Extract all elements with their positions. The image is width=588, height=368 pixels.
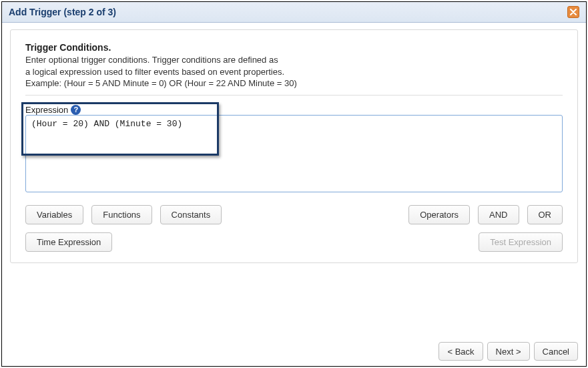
toolbar-right: Operators AND OR [408,205,563,224]
cancel-button[interactable]: Cancel [534,342,578,361]
toolbar-row-1: Variables Functions Constants Operators … [25,205,563,224]
dialog-footer: < Back Next > Cancel [10,337,578,361]
or-button[interactable]: OR [527,205,563,224]
back-button[interactable]: < Back [438,342,483,361]
close-icon[interactable] [567,6,579,18]
window-title: Add Trigger (step 2 of 3) [9,7,116,17]
dialog-window: Add Trigger (step 2 of 3) Trigger Condit… [1,1,587,367]
expression-label: Expression [25,105,68,115]
trigger-conditions-panel: Trigger Conditions. Enter optional trigg… [10,29,578,263]
next-button[interactable]: Next > [487,342,530,361]
variables-button[interactable]: Variables [25,205,83,224]
expression-label-row: Expression ? [25,105,563,115]
section-heading: Trigger Conditions. [25,42,563,53]
toolbar-row-2: Time Expression Test Expression [25,232,563,252]
toolbar-left: Variables Functions Constants [25,205,222,224]
and-button[interactable]: AND [478,205,519,224]
functions-button[interactable]: Functions [91,205,152,224]
expression-input[interactable] [25,115,563,192]
section-description: Enter optional trigger conditions. Trigg… [25,54,563,89]
help-icon[interactable]: ? [71,105,81,115]
constants-button[interactable]: Constants [160,205,222,224]
operators-button[interactable]: Operators [408,205,470,224]
content-area: Trigger Conditions. Enter optional trigg… [2,23,586,366]
time-expression-button[interactable]: Time Expression [25,232,112,252]
divider [25,95,563,96]
test-expression-button: Test Expression [479,232,563,252]
titlebar: Add Trigger (step 2 of 3) [2,2,586,23]
